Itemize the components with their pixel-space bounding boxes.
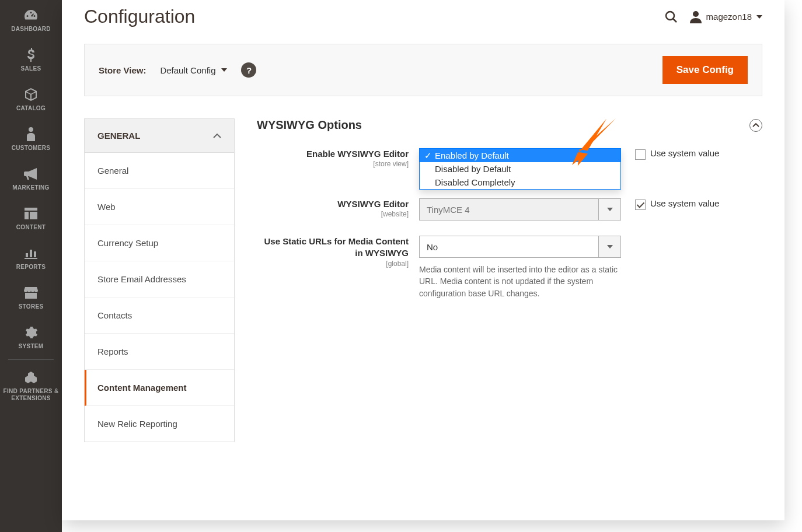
field-scope: [store view]: [257, 160, 409, 168]
gauge-icon: [23, 8, 39, 22]
bars-icon: [23, 246, 39, 260]
enable-wysiwyg-dropdown: Enabled by Default Disabled by Default D…: [419, 148, 621, 190]
sidebar-item-stores[interactable]: STORES: [0, 278, 62, 317]
sidebar-item-catalog[interactable]: CATALOG: [0, 79, 62, 119]
field-label: WYSIWYG Editor: [257, 198, 409, 210]
config-nav-item-newrelic[interactable]: New Relic Reporting: [85, 406, 234, 442]
svg-point-0: [666, 12, 674, 20]
config-nav: GENERAL General Web Currency Setup Store…: [84, 118, 235, 442]
sidebar-item-customers[interactable]: CUSTOMERS: [0, 119, 62, 159]
save-config-button[interactable]: Save Config: [662, 56, 748, 84]
sidebar-item-partners[interactable]: FIND PARTNERS & EXTENSIONS: [0, 362, 62, 409]
field-scope: [global]: [257, 260, 409, 268]
field-control-col: No Media content will be inserted into t…: [419, 236, 621, 299]
toolbar: Store View: Default Config ? Save Config: [84, 44, 762, 96]
use-system-value-checkbox[interactable]: Use system value: [635, 198, 762, 210]
user-menu-button[interactable]: magezon18: [690, 10, 762, 23]
dollar-icon: [23, 48, 39, 62]
chevron-up-icon: [752, 123, 759, 128]
page-header: Configuration magezon18: [62, 0, 784, 44]
sidebar-label: DASHBOARD: [11, 26, 51, 33]
sidebar-separator: [8, 359, 54, 360]
field-wysiwyg-editor: WYSIWYG Editor [website] TinyMCE 4 Use s…: [257, 198, 762, 220]
content-area: GENERAL General Web Currency Setup Store…: [62, 96, 784, 442]
config-nav-item-contacts[interactable]: Contacts: [85, 298, 234, 334]
checkbox-label: Use system value: [650, 198, 719, 208]
person-icon: [23, 127, 39, 141]
dropdown-option-disabled-completely[interactable]: Disabled Completely: [420, 176, 620, 189]
checkbox-icon: [635, 200, 646, 210]
sidebar-label: FIND PARTNERS & EXTENSIONS: [2, 388, 60, 402]
field-label: Enable WYSIWYG Editor: [257, 148, 409, 160]
dropdown-option-disabled-default[interactable]: Disabled by Default: [420, 162, 620, 176]
field-static-urls: Use Static URLs for Media Con­tent in WY…: [257, 236, 762, 299]
dropdown-option-enabled-default[interactable]: Enabled by Default: [420, 149, 620, 162]
config-nav-item-store-email[interactable]: Store Email Addresses: [85, 261, 234, 298]
config-panel: WYSIWYG Options Enable WYSIWYG Editor [s…: [257, 118, 762, 314]
sidebar-label: SYSTEM: [19, 343, 44, 350]
config-nav-item-general[interactable]: General: [85, 153, 234, 189]
sidebar-label: REPORTS: [16, 264, 46, 271]
page-title: Configuration: [84, 6, 195, 27]
search-button[interactable]: [664, 10, 678, 24]
checkbox-icon: [635, 149, 646, 160]
wysiwyg-editor-select[interactable]: TinyMCE 4: [419, 198, 621, 220]
storefront-icon: [23, 286, 39, 300]
field-label: Use Static URLs for Media Con­tent in WY…: [257, 236, 409, 260]
field-scope: [website]: [257, 210, 409, 218]
config-nav-group-label: GENERAL: [97, 131, 140, 141]
config-nav-item-currency[interactable]: Currency Setup: [85, 225, 234, 261]
sidebar-item-dashboard[interactable]: DASHBOARD: [0, 0, 62, 40]
sidebar-item-content[interactable]: CONTENT: [0, 198, 62, 238]
chevron-up-icon: [213, 134, 221, 138]
section-title: WYSIWYG Options: [257, 118, 362, 132]
admin-sidebar: DASHBOARD SALES CATALOG CUSTOMERS MARKET…: [0, 0, 62, 532]
field-extra-col: Use system value: [632, 198, 762, 210]
layout-icon: [23, 206, 39, 220]
svg-point-2: [693, 11, 699, 17]
caret-down-icon: [607, 208, 613, 211]
user-icon: [690, 10, 702, 23]
caret-down-icon: [221, 68, 227, 72]
help-icon[interactable]: ?: [241, 62, 256, 78]
field-help-text: Media content will be inserted into the …: [419, 264, 621, 299]
cubes-icon: [23, 370, 39, 384]
field-label-col: Enable WYSIWYG Editor [store view]: [257, 148, 409, 168]
sidebar-item-system[interactable]: SYSTEM: [0, 317, 62, 357]
sidebar-item-marketing[interactable]: MARKETING: [0, 159, 62, 198]
field-label-col: WYSIWYG Editor [website]: [257, 198, 409, 218]
store-view-label: Store View:: [99, 65, 146, 75]
sidebar-item-reports[interactable]: REPORTS: [0, 238, 62, 278]
field-control-col: Enabled by Default Enabled by Default Di…: [419, 148, 621, 170]
store-view-select[interactable]: Default Config: [160, 65, 227, 75]
main-panel: Configuration magezon18 Store View: Defa…: [62, 0, 784, 520]
username-label: magezon18: [706, 12, 752, 22]
section-header[interactable]: WYSIWYG Options: [257, 118, 762, 148]
config-nav-list: General Web Currency Setup Store Email A…: [84, 153, 235, 442]
section-collapse-button[interactable]: [749, 119, 762, 132]
sidebar-item-sales[interactable]: SALES: [0, 40, 62, 79]
checkbox-label: Use system value: [650, 148, 719, 158]
sidebar-label: CONTENT: [16, 224, 46, 231]
sidebar-label: SALES: [21, 65, 41, 72]
use-system-value-checkbox[interactable]: Use system value: [635, 148, 762, 160]
select-arrow: [598, 199, 620, 220]
field-extra-col: Use system value: [632, 148, 762, 160]
static-urls-select[interactable]: No: [419, 236, 621, 258]
config-nav-item-web[interactable]: Web: [85, 189, 234, 225]
caret-down-icon: [607, 245, 613, 249]
sidebar-label: CUSTOMERS: [12, 145, 50, 152]
select-value: No: [427, 242, 438, 252]
config-nav-item-content-management[interactable]: Content Management: [85, 370, 234, 406]
header-actions: magezon18: [664, 10, 762, 24]
select-value: TinyMCE 4: [427, 205, 470, 215]
svg-line-1: [673, 19, 677, 22]
config-nav-group-general[interactable]: GENERAL: [84, 118, 235, 153]
caret-down-icon: [756, 15, 762, 19]
sidebar-label: MARKETING: [12, 184, 49, 191]
search-icon: [664, 10, 678, 24]
field-label-col: Use Static URLs for Media Con­tent in WY…: [257, 236, 409, 268]
config-nav-item-reports[interactable]: Reports: [85, 334, 234, 370]
select-arrow: [598, 236, 620, 257]
toolbar-left: Store View: Default Config ?: [99, 62, 256, 78]
